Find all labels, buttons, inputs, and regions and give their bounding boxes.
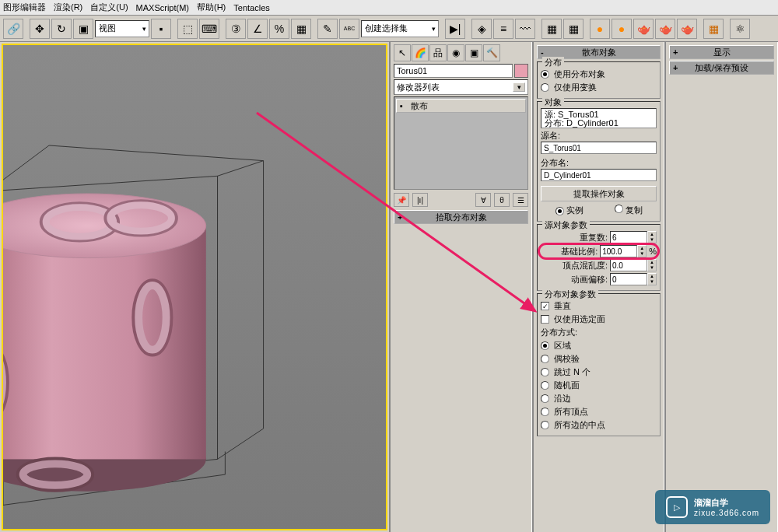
- display-tab-icon[interactable]: ▣: [465, 44, 482, 61]
- objects-list[interactable]: 源: S_Torus01 分布: D_Cylinder01: [541, 108, 657, 128]
- abc-icon[interactable]: ABC: [339, 19, 359, 39]
- radio-icon[interactable]: [541, 83, 549, 92]
- reference-coord-dropdown[interactable]: 视图: [95, 20, 149, 37]
- remove-modifier-icon[interactable]: θ: [494, 193, 510, 207]
- pivot-icon[interactable]: ▪: [151, 19, 171, 39]
- align-icon[interactable]: ◈: [471, 19, 492, 39]
- utilities-tab-icon[interactable]: 🔨: [483, 44, 500, 61]
- link-icon[interactable]: 🔗: [3, 19, 23, 39]
- radio-icon[interactable]: [615, 205, 623, 213]
- source-name-input[interactable]: [541, 142, 657, 154]
- edit-named-sel-icon[interactable]: ✎: [317, 19, 338, 39]
- extra-rollouts-column: + 显示 + 加载/保存预设: [664, 42, 778, 532]
- arrow-icon[interactable]: ↖: [394, 44, 411, 61]
- rollout-display[interactable]: + 显示: [669, 45, 774, 59]
- move-icon[interactable]: ✥: [30, 19, 50, 39]
- base-scale-label: 基础比例:: [561, 246, 598, 257]
- hierarchy-tab-icon[interactable]: 品: [429, 44, 447, 61]
- render-setup-icon[interactable]: ●: [590, 19, 610, 39]
- quick-render-icon[interactable]: 🫖: [633, 19, 654, 39]
- modify-tab-icon[interactable]: 🌈: [412, 44, 429, 61]
- menu-item[interactable]: 图形编辑器: [3, 2, 46, 13]
- collapse-icon: -: [541, 47, 544, 57]
- rollout-load-save[interactable]: + 加载/保存预设: [669, 61, 774, 75]
- show-end-result-icon[interactable]: |ı|: [412, 193, 428, 207]
- check-perpendicular[interactable]: 垂直: [541, 300, 657, 312]
- object-name-input[interactable]: [394, 64, 513, 78]
- checkbox-icon[interactable]: [541, 315, 549, 324]
- radio-icon[interactable]: [541, 341, 549, 350]
- radio-along-edges[interactable]: 沿边: [541, 393, 657, 404]
- vertex-chaos-label: 顶点混乱度:: [562, 260, 608, 271]
- radio-icon[interactable]: [541, 394, 549, 403]
- select-manipulate-icon[interactable]: ⬚: [177, 19, 198, 39]
- duplicates-spinner[interactable]: ▲▼: [610, 231, 657, 243]
- menu-item[interactable]: 帮助(H): [197, 2, 226, 13]
- rotate-icon[interactable]: ↻: [51, 19, 72, 39]
- modifier-stack[interactable]: ▪ 散布: [394, 96, 528, 190]
- modifier-list-dropdown[interactable]: 修改器列表: [394, 79, 528, 95]
- schematic-view-icon[interactable]: ▦: [541, 19, 562, 39]
- dist-name-input[interactable]: [541, 169, 657, 181]
- render-prod-icon[interactable]: 🫖: [677, 19, 697, 39]
- radio-icon[interactable]: [541, 408, 549, 416]
- pin-stack-icon[interactable]: 📌: [394, 193, 409, 207]
- checkbox-icon[interactable]: [541, 302, 549, 310]
- expand-icon[interactable]: ▪: [400, 101, 408, 110]
- command-panel-tabs: ↖ 🌈 品 ◉ ▣ 🔨: [392, 44, 530, 62]
- snap-3d-icon[interactable]: ③: [226, 19, 246, 39]
- perspective-viewport[interactable]: [2, 44, 387, 530]
- objects-group: 对象 源: S_Torus01 分布: D_Cylinder01 源名: 分布名…: [537, 101, 661, 222]
- reactor-icon[interactable]: ⚛: [730, 19, 750, 39]
- radio-all-vertices[interactable]: 所有顶点: [541, 406, 657, 418]
- named-selection-dropdown[interactable]: 创建选择集: [361, 20, 439, 37]
- mirror-icon[interactable]: ▶|: [445, 19, 465, 39]
- radio-icon[interactable]: [541, 421, 549, 429]
- make-unique-icon[interactable]: ∀: [475, 193, 491, 207]
- radio-even[interactable]: 偶校验: [541, 353, 657, 365]
- menu-bar: 图形编辑器 渲染(R) 自定义(U) MAXScript(M) 帮助(H) Te…: [0, 0, 778, 16]
- stack-item-scatter[interactable]: ▪ 散布: [396, 99, 526, 113]
- menu-item[interactable]: 渲染(R): [54, 2, 82, 13]
- base-scale-spinner[interactable]: ▲▼: [600, 245, 647, 257]
- percent-snap-icon[interactable]: %: [269, 19, 289, 39]
- spinner-snap-icon[interactable]: ▦: [291, 19, 311, 39]
- vertex-chaos-spinner[interactable]: ▲▼: [610, 259, 657, 271]
- radio-copy[interactable]: 复制: [615, 205, 643, 216]
- radio-skip-n[interactable]: 跳过 N 个: [541, 366, 657, 378]
- configure-sets-icon[interactable]: ☰: [513, 193, 528, 207]
- menu-item[interactable]: 自定义(U): [90, 2, 128, 13]
- layers-icon[interactable]: ≡: [493, 19, 513, 39]
- radio-area[interactable]: 区域: [541, 340, 657, 352]
- menu-item[interactable]: MAXScript(M): [136, 3, 189, 12]
- grid-icon[interactable]: ▦: [703, 19, 724, 39]
- duplicates-label: 重复数:: [580, 232, 608, 243]
- keyboard-shortcut-icon[interactable]: ⌨: [199, 19, 219, 39]
- scale-icon[interactable]: ▣: [73, 19, 93, 39]
- menu-item[interactable]: Tentacles: [233, 3, 269, 12]
- angle-snap-icon[interactable]: ∠: [247, 19, 268, 39]
- object-color-swatch[interactable]: [514, 64, 528, 78]
- extract-operand-button[interactable]: 提取操作对象: [541, 186, 657, 201]
- curve-editor-icon[interactable]: 〰: [515, 19, 535, 39]
- check-use-selected-faces[interactable]: 仅使用选定面: [541, 313, 657, 325]
- radio-instance[interactable]: 实例: [555, 205, 584, 216]
- radio-all-edge-centers[interactable]: 所有边的中点: [541, 419, 657, 431]
- radio-icon[interactable]: [541, 368, 549, 376]
- anim-offset-spinner[interactable]: ▲▼: [610, 273, 657, 285]
- radio-transforms-only[interactable]: 仅使用变换: [541, 82, 657, 93]
- radio-icon[interactable]: [541, 70, 549, 79]
- expand-icon: +: [398, 212, 402, 222]
- radio-icon[interactable]: [555, 207, 564, 215]
- rollout-pick-distribution[interactable]: + 拾取分布对象: [394, 210, 528, 224]
- material-editor-icon[interactable]: ▦: [563, 19, 584, 39]
- object-name-row: [394, 64, 528, 78]
- radio-icon[interactable]: [541, 381, 549, 390]
- radio-random-faces[interactable]: 随机面: [541, 380, 657, 391]
- motion-tab-icon[interactable]: ◉: [447, 44, 464, 61]
- render-icon[interactable]: 🫖: [655, 19, 675, 39]
- render-frame-icon[interactable]: ●: [612, 19, 632, 39]
- radio-icon[interactable]: [541, 355, 549, 363]
- radio-use-dist-obj[interactable]: 使用分布对象: [541, 68, 657, 80]
- modify-panel: ↖ 🌈 品 ◉ ▣ 🔨 修改器列表 ▪ 散布 📌: [389, 42, 532, 532]
